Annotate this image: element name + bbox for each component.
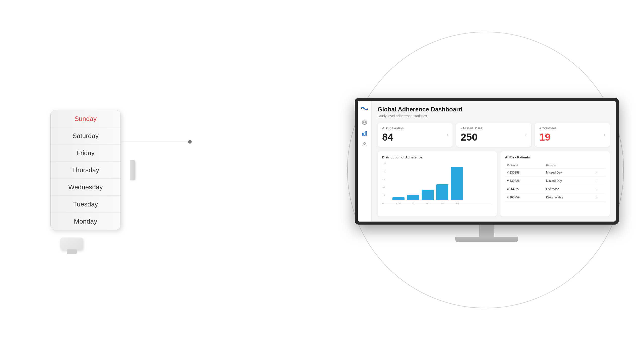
stat-card-missed-doses[interactable]: # Missed Doses 250 ›: [456, 123, 531, 147]
dispenser-side-button: [130, 160, 135, 180]
dispenser-body-wrapper: SundaySaturdayFridayThursdayWednesdayTue…: [50, 110, 131, 230]
col-reason: Reason ↓: [544, 162, 593, 168]
day-row-thursday: Thursday: [51, 162, 120, 179]
table-row[interactable]: # 264527 Overdose ›: [505, 185, 605, 193]
stat-card-left: # Drug Holidays 84: [382, 126, 404, 143]
svg-rect-4: [363, 133, 364, 135]
day-row-monday: Monday: [51, 213, 120, 230]
monitor-neck: [479, 225, 494, 237]
patient-number: # 163759: [505, 193, 544, 202]
bottom-row: Distribution of Adherence 0 25 50 75: [378, 151, 610, 217]
y-axis-labels: 0 25 50 75 100 125: [382, 162, 386, 205]
monitor-screen: Global Adherence Dashboard Study level a…: [358, 101, 616, 222]
row-chevron: ›: [593, 168, 605, 177]
day-row-saturday: Saturday: [51, 128, 120, 145]
bar-group: >90: [451, 167, 463, 205]
reason: Missed Day: [544, 168, 593, 177]
patient-number: # 135298: [505, 168, 544, 177]
svg-point-1: [188, 140, 192, 144]
svg-point-7: [364, 143, 365, 144]
bar: [422, 190, 434, 200]
drug-holidays-label: # Drug Holidays: [382, 126, 404, 130]
row-chevron: ›: [593, 185, 605, 193]
missed-doses-chevron: ›: [525, 132, 527, 137]
page-title: Global Adherence Dashboard: [378, 106, 610, 113]
patient-number: # 264527: [505, 185, 544, 193]
bar: [451, 167, 463, 200]
chart-title: Distribution of Adherence: [382, 155, 492, 159]
col-action: [593, 162, 605, 168]
at-risk-table: Patient # Reason ↓ # 135298 Missed Day ›: [505, 162, 605, 202]
app-logo: [360, 105, 369, 112]
dashboard: Global Adherence Dashboard Study level a…: [358, 101, 616, 222]
table-row[interactable]: # 163759 Drug holiday ›: [505, 193, 605, 202]
monitor-container: Global Adherence Dashboard Study level a…: [355, 98, 619, 242]
row-chevron: ›: [593, 177, 605, 185]
main-scene: SundaySaturdayFridayThursdayWednesdayTue…: [0, 0, 644, 340]
at-risk-patients-card: At Risk Patients Patient # Reason ↓: [500, 151, 610, 217]
drug-holidays-chevron: ›: [447, 132, 448, 137]
reason: Overdose: [544, 185, 593, 193]
bar-label: < 20: [396, 202, 401, 205]
bar-label: 60: [426, 202, 429, 205]
stats-row: # Drug Holidays 84 › # Missed Doses 250: [378, 123, 610, 147]
dispenser-main-body: SundaySaturdayFridayThursdayWednesdayTue…: [50, 110, 121, 230]
missed-doses-label: # Missed Doses: [461, 126, 482, 130]
person-icon[interactable]: [362, 142, 367, 147]
bar: [436, 184, 448, 200]
overdoses-value: 19: [539, 132, 556, 143]
bar-group: 80: [436, 184, 448, 205]
monitor-base: [455, 237, 518, 242]
row-chevron: ›: [593, 193, 605, 202]
bar: [392, 197, 405, 200]
bar-label: 40: [412, 202, 414, 205]
day-row-sunday: Sunday: [51, 110, 120, 128]
reason: Missed Day: [544, 177, 593, 185]
bar-group: 40: [407, 195, 419, 205]
globe-icon[interactable]: [362, 119, 367, 125]
table-row[interactable]: # 139826 Missed Day ›: [505, 177, 605, 185]
at-risk-title: At Risk Patients: [505, 155, 605, 159]
stat-card-left: # Overdoses 19: [539, 126, 556, 143]
overdoses-label: # Overdoses: [539, 126, 556, 130]
stat-card-overdoses[interactable]: # Overdoses 19 ›: [535, 123, 610, 147]
bar-label: 80: [441, 202, 444, 205]
distribution-chart-card: Distribution of Adherence 0 25 50 75: [378, 151, 497, 217]
patient-number: # 139826: [505, 177, 544, 185]
day-row-friday: Friday: [51, 145, 120, 162]
missed-doses-value: 250: [461, 132, 482, 143]
bar-group: < 20: [392, 197, 405, 205]
pill-dispenser-device: SundaySaturdayFridayThursdayWednesdayTue…: [50, 110, 131, 230]
table-row[interactable]: # 135298 Missed Day ›: [505, 168, 605, 177]
chart-icon[interactable]: [362, 131, 367, 136]
usb-connector: [67, 249, 77, 254]
monitor: Global Adherence Dashboard Study level a…: [355, 98, 619, 242]
col-patient: Patient #: [505, 162, 544, 168]
monitor-bezel: Global Adherence Dashboard Study level a…: [355, 98, 619, 225]
reason: Drug holiday: [544, 193, 593, 202]
page-subtitle: Study level adherence statistics.: [378, 114, 610, 118]
stat-card-left: # Missed Doses 250: [461, 126, 482, 143]
usb-dongle: [60, 238, 83, 250]
drug-holidays-value: 84: [382, 132, 404, 143]
bar-label: >90: [455, 202, 459, 205]
svg-rect-6: [366, 131, 367, 136]
stat-card-drug-holidays[interactable]: # Drug Holidays 84 ›: [378, 123, 453, 147]
bar: [407, 195, 419, 200]
bar-chart: 0 25 50 75 100 125: [382, 162, 492, 205]
overdoses-chevron: ›: [604, 132, 605, 137]
bar-group: 60: [422, 190, 434, 205]
chart-area: 0 25 50 75 100 125: [382, 162, 492, 212]
svg-rect-5: [364, 132, 365, 135]
day-row-tuesday: Tuesday: [51, 196, 120, 213]
main-content-area: Global Adherence Dashboard Study level a…: [372, 101, 616, 222]
sidebar: [358, 101, 372, 222]
day-row-wednesday: Wednesday: [51, 179, 120, 196]
